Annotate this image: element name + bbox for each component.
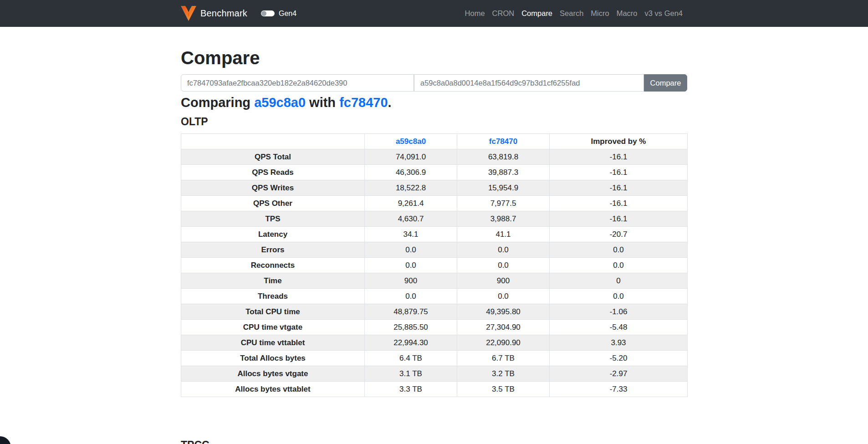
nav-link-cron[interactable]: CRON (492, 9, 515, 18)
commit-a-header-cell: a59c8a0 (365, 134, 457, 149)
improved-value-cell: -1.06 (550, 304, 688, 320)
improved-value-cell: -16.1 (550, 149, 688, 165)
improved-value-cell: -20.7 (550, 227, 688, 242)
nav-link-compare[interactable]: Compare (521, 9, 552, 18)
gen4-toggle-label: Gen4 (279, 10, 296, 18)
table-row: Threads0.00.00.0 (181, 289, 688, 304)
nav-link-v3-vs-gen4[interactable]: v3 vs Gen4 (645, 9, 683, 18)
left-commit-link[interactable]: a59c8a0 (254, 95, 306, 110)
improved-value-cell: -5.20 (550, 351, 688, 366)
left-commit-input[interactable] (181, 74, 414, 92)
commit-value-cell-fc78470: 27,304.90 (457, 320, 550, 335)
row-label-cell: Latency (181, 227, 365, 242)
improved-value-cell: 0.0 (550, 258, 688, 273)
commit-value-cell-fc78470: 0.0 (457, 242, 550, 258)
row-label-cell: Time (181, 273, 365, 289)
commit-value-cell-a59c8a0: 900 (365, 273, 457, 289)
nav-link-home[interactable]: Home (465, 9, 485, 18)
commit-value-cell-a59c8a0: 6.4 TB (365, 351, 457, 366)
commit-value-cell-fc78470: 900 (457, 273, 550, 289)
table-row: Allocs bytes vtgate3.1 TB3.2 TB-2.97 (181, 366, 688, 382)
compare-button[interactable]: Compare (644, 74, 687, 92)
commit-value-cell-fc78470: 3.2 TB (457, 366, 550, 382)
table-row: Errors0.00.00.0 (181, 242, 688, 258)
table-row: Latency34.141.1-20.7 (181, 227, 688, 242)
commit-value-cell-a59c8a0: 4,630.7 (365, 211, 457, 227)
table-row: Total Allocs bytes6.4 TB6.7 TB-5.20 (181, 351, 688, 366)
table-row: Reconnects0.00.00.0 (181, 258, 688, 273)
commit-value-cell-fc78470: 49,395.80 (457, 304, 550, 320)
nav-link-search[interactable]: Search (560, 9, 583, 18)
commit-value-cell-a59c8a0: 22,994.30 (365, 335, 457, 351)
row-label-cell: Allocs bytes vtgate (181, 366, 365, 382)
commit-value-cell-fc78470: 7,977.5 (457, 196, 550, 211)
commit-value-cell-a59c8a0: 9,261.4 (365, 196, 457, 211)
improved-value-cell: 3.93 (550, 335, 688, 351)
table-row: QPS Writes18,522.815,954.9-16.1 (181, 180, 688, 196)
commit-value-cell-a59c8a0: 0.0 (365, 258, 457, 273)
improved-value-cell: -16.1 (550, 180, 688, 196)
right-commit-input[interactable] (414, 74, 644, 92)
row-label-cell: QPS Total (181, 149, 365, 165)
compare-form: Compare (181, 74, 687, 92)
improved-value-cell: -16.1 (550, 196, 688, 211)
table-row: TPS4,630.73,988.7-16.1 (181, 211, 688, 227)
table-header-row: a59c8a0 fc78470 Improved by % (181, 134, 688, 149)
table-row: QPS Reads46,306.939,887.3-16.1 (181, 165, 688, 180)
improved-header-cell: Improved by % (550, 134, 688, 149)
row-label-cell: Total CPU time (181, 304, 365, 320)
improved-value-cell: -5.48 (550, 320, 688, 335)
commit-value-cell-a59c8a0: 46,306.9 (365, 165, 457, 180)
table-row: QPS Other9,261.47,977.5-16.1 (181, 196, 688, 211)
gen4-toggle[interactable] (261, 10, 275, 16)
row-label-cell: CPU time vttablet (181, 335, 365, 351)
commit-value-cell-fc78470: 15,954.9 (457, 180, 550, 196)
gen4-toggle-group: Gen4 (261, 10, 296, 18)
commit-b-header-link[interactable]: fc78470 (489, 137, 517, 146)
right-commit-link[interactable]: fc78470 (339, 95, 388, 110)
commit-value-cell-fc78470: 3,988.7 (457, 211, 550, 227)
nav-link-micro[interactable]: Micro (591, 9, 609, 18)
page-title: Compare (181, 47, 687, 69)
commit-value-cell-fc78470: 63,819.8 (457, 149, 550, 165)
row-label-cell: QPS Writes (181, 180, 365, 196)
brand[interactable]: Benchmark (181, 6, 247, 21)
gen4-toggle-knob (261, 11, 266, 16)
row-label-cell: Allocs bytes vttablet (181, 382, 365, 397)
row-label-cell: QPS Other (181, 196, 365, 211)
improved-value-cell: 0.0 (550, 242, 688, 258)
commit-b-header-cell: fc78470 (457, 134, 550, 149)
improved-value-cell: -16.1 (550, 165, 688, 180)
comparing-heading: Comparing a59c8a0 with fc78470. (181, 95, 687, 111)
nav-link-macro[interactable]: Macro (617, 9, 638, 18)
improved-value-cell: -16.1 (550, 211, 688, 227)
commit-value-cell-a59c8a0: 25,885.50 (365, 320, 457, 335)
table-row: Time9009000 (181, 273, 688, 289)
commit-value-cell-a59c8a0: 0.0 (365, 242, 457, 258)
commit-value-cell-fc78470: 22,090.90 (457, 335, 550, 351)
commit-value-cell-fc78470: 0.0 (457, 258, 550, 273)
commit-value-cell-fc78470: 0.0 (457, 289, 550, 304)
top-navbar: Benchmark Gen4 HomeCRONCompareSearchMicr… (0, 0, 868, 27)
corner-cutoff-shape (0, 436, 11, 444)
commit-value-cell-a59c8a0: 0.0 (365, 289, 457, 304)
commit-value-cell-fc78470: 41.1 (457, 227, 550, 242)
commit-value-cell-a59c8a0: 74,091.0 (365, 149, 457, 165)
oltp-section-title: OLTP (181, 116, 687, 128)
row-label-cell: Total Allocs bytes (181, 351, 365, 366)
commit-value-cell-fc78470: 3.5 TB (457, 382, 550, 397)
commit-a-header-link[interactable]: a59c8a0 (396, 137, 426, 146)
table-row: Allocs bytes vttablet3.3 TB3.5 TB-7.33 (181, 382, 688, 397)
vitess-logo-icon (181, 6, 196, 21)
commit-value-cell-fc78470: 39,887.3 (457, 165, 550, 180)
row-label-cell: Threads (181, 289, 365, 304)
commit-value-cell-a59c8a0: 3.3 TB (365, 382, 457, 397)
oltp-compare-table: a59c8a0 fc78470 Improved by % QPS Total7… (181, 133, 688, 397)
commit-value-cell-a59c8a0: 48,879.75 (365, 304, 457, 320)
brand-label: Benchmark (200, 8, 247, 19)
table-row: CPU time vttablet22,994.3022,090.903.93 (181, 335, 688, 351)
commit-value-cell-a59c8a0: 3.1 TB (365, 366, 457, 382)
row-label-cell: Reconnects (181, 258, 365, 273)
comparing-middle: with (306, 95, 339, 110)
metric-header-cell (181, 134, 365, 149)
